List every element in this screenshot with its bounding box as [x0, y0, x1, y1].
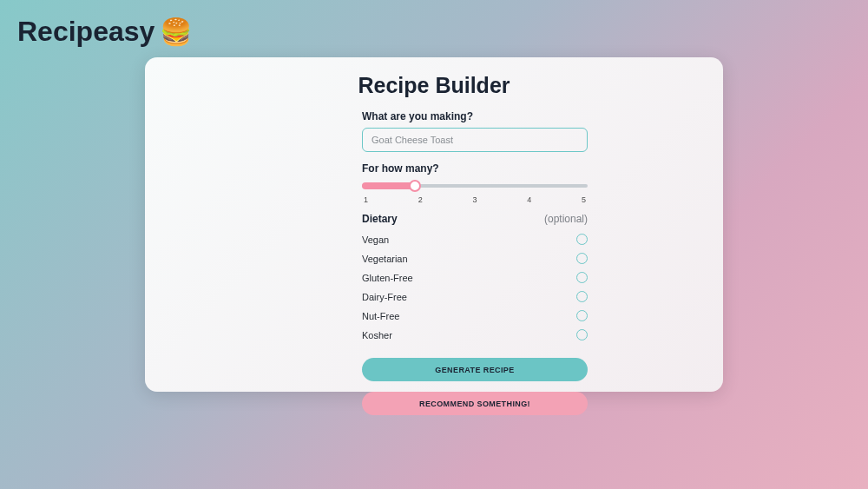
dietary-checkbox-gluten-free[interactable] [576, 272, 588, 283]
recommend-something-button[interactable]: Recommend something! [362, 392, 588, 415]
slider-thumb[interactable] [409, 180, 421, 192]
brand-header: Recipeasy 🍔 [17, 16, 192, 48]
dietary-checkbox-vegetarian[interactable] [576, 253, 588, 264]
dietary-row-vegetarian: Vegetarian [362, 253, 588, 264]
dietary-label: Gluten-Free [362, 273, 413, 283]
making-input[interactable] [362, 128, 588, 152]
tick-5: 5 [582, 195, 586, 204]
how-many-label: For how many? [362, 162, 588, 175]
tick-2: 2 [418, 195, 423, 204]
generate-recipe-button[interactable]: Generate Recipe [362, 358, 588, 381]
tick-3: 3 [472, 195, 477, 204]
recipe-form: What are you making? For how many? 1 2 3… [362, 110, 588, 415]
dietary-row-nut-free: Nut-Free [362, 310, 588, 321]
dietary-checkbox-dairy-free[interactable] [576, 291, 588, 302]
recipe-builder-card: Recipe Builder What are you making? For … [145, 57, 723, 392]
dietary-label: Kosher [362, 330, 392, 340]
hamburger-icon: 🍔 [160, 17, 192, 47]
dietary-label: Nut-Free [362, 311, 399, 321]
tick-4: 4 [527, 195, 531, 204]
dietary-optional: (optional) [544, 213, 588, 225]
slider-ticks: 1 2 3 4 5 [362, 195, 588, 204]
brand-name: Recipeasy [17, 16, 155, 48]
dietary-label: Vegan [362, 235, 389, 245]
dietary-row-vegan: Vegan [362, 234, 588, 245]
dietary-row-dairy-free: Dairy-Free [362, 291, 588, 302]
button-area: Generate Recipe Recommend something! [362, 358, 588, 415]
tick-1: 1 [364, 195, 368, 204]
servings-slider[interactable] [362, 180, 588, 192]
card-title: Recipe Builder [180, 73, 688, 98]
slider-fill [362, 182, 414, 189]
dietary-label: Dairy-Free [362, 292, 407, 302]
dietary-checkbox-vegan[interactable] [576, 234, 588, 245]
dietary-row-gluten-free: Gluten-Free [362, 272, 588, 283]
making-label: What are you making? [362, 110, 588, 122]
dietary-checkbox-nut-free[interactable] [576, 310, 588, 321]
dietary-title: Dietary [362, 213, 398, 225]
dietary-checkbox-kosher[interactable] [576, 329, 588, 340]
dietary-label: Vegetarian [362, 254, 408, 264]
dietary-header: Dietary (optional) [362, 213, 588, 225]
dietary-row-kosher: Kosher [362, 329, 588, 340]
